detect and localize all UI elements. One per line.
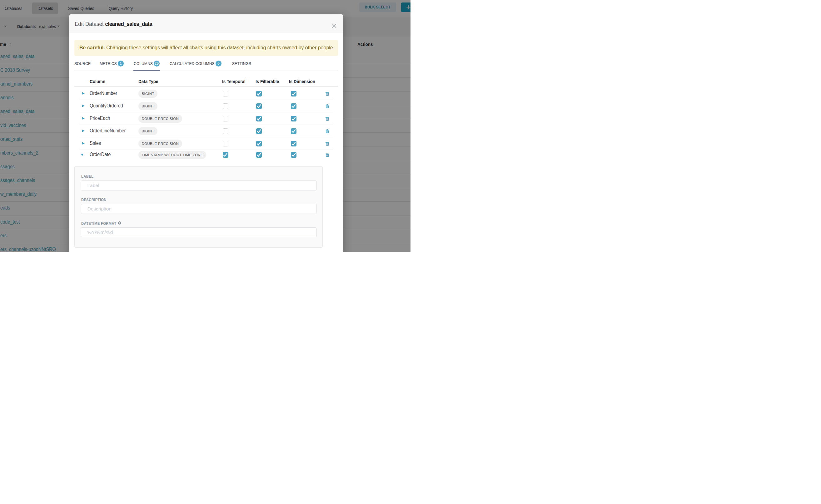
column-name: OrderLineNumber [90, 128, 130, 134]
expand-caret-icon[interactable] [81, 154, 83, 156]
is-dimension-checkbox[interactable] [291, 91, 296, 96]
column-row: QuantityOrdered BIGINT [74, 100, 338, 112]
datetime-format-field-label: DATETIME FORMAT [81, 221, 120, 226]
delete-icon[interactable] [325, 116, 329, 122]
is-temporal-checkbox[interactable] [223, 152, 228, 158]
is-temporal-checkbox[interactable] [223, 141, 228, 146]
tab-metrics[interactable]: METRICS1 [100, 60, 119, 67]
is-temporal-checkbox[interactable] [223, 116, 228, 121]
is-temporal-checkbox[interactable] [223, 103, 228, 109]
expand-caret-icon[interactable] [82, 142, 85, 145]
delete-icon[interactable] [325, 129, 329, 135]
column-row: OrderNumber BIGINT [74, 87, 338, 100]
is-dimension-checkbox[interactable] [291, 103, 296, 109]
is-dimension-checkbox[interactable] [291, 152, 296, 158]
is-dimension-checkbox[interactable] [291, 141, 296, 146]
expand-caret-icon[interactable] [82, 130, 85, 132]
column-settings-panel: LABEL DESCRIPTION DATETIME FORMAT i [74, 166, 323, 248]
tab-source[interactable]: SOURCE [74, 60, 92, 67]
tab-count-badge: 25 [154, 61, 160, 67]
warning-alert: Be careful. Changing these settings will… [74, 40, 338, 56]
tab-count-badge: 1 [118, 61, 124, 67]
is-dimension-checkbox[interactable] [291, 116, 296, 121]
is-temporal-checkbox[interactable] [223, 128, 228, 134]
tabs-bottom-border [74, 71, 338, 71]
table-header-is-filterable: Is Filterable [255, 79, 281, 84]
tab-calculated-columns[interactable]: CALCULATED COLUMNS0 [170, 60, 220, 67]
modal-title: Edit Dataset cleaned_sales_data [75, 21, 159, 27]
table-header-data-type: Data Type [138, 79, 161, 84]
column-row: PriceEach DOUBLE PRECISION [74, 112, 338, 125]
column-name: OrderNumber [90, 91, 120, 96]
expand-caret-icon[interactable] [82, 117, 85, 120]
delete-icon[interactable] [325, 153, 329, 158]
table-header-is-dimension: Is Dimension [289, 79, 318, 84]
data-type-pill: BIGINT [138, 90, 157, 98]
is-filterable-checkbox[interactable] [256, 128, 262, 134]
is-filterable-checkbox[interactable] [256, 103, 262, 109]
table-header-is-temporal: Is Temporal [222, 79, 248, 84]
column-name: PriceEach [90, 116, 112, 121]
close-icon[interactable] [329, 21, 339, 30]
is-filterable-checkbox[interactable] [256, 116, 262, 121]
expand-caret-icon[interactable] [82, 92, 85, 95]
data-type-pill: DOUBLE PRECISION [138, 115, 182, 123]
info-icon[interactable]: i [118, 221, 121, 225]
is-filterable-checkbox[interactable] [256, 152, 262, 158]
data-type-pill: DOUBLE PRECISION [138, 140, 182, 148]
edit-dataset-modal: Edit Dataset cleaned_sales_data Be caref… [69, 14, 343, 252]
datetime-format-field[interactable] [81, 227, 317, 237]
tab-count-badge: 0 [215, 61, 221, 67]
tab-settings[interactable]: SETTINGS [232, 60, 253, 67]
column-row: OrderDate TIMESTAMP WITHOUT TIME ZONE [74, 150, 338, 162]
is-dimension-checkbox[interactable] [291, 128, 296, 134]
column-row: Sales DOUBLE PRECISION [74, 137, 338, 150]
modal-header: Edit Dataset cleaned_sales_data [69, 14, 343, 32]
table-header-column: Column [90, 79, 107, 84]
delete-icon[interactable] [325, 91, 329, 97]
data-type-pill: BIGINT [138, 102, 157, 110]
column-row: OrderLineNumber BIGINT [74, 125, 338, 137]
label-field[interactable] [81, 180, 317, 190]
column-name: OrderDate [90, 152, 113, 157]
description-field-label: DESCRIPTION [81, 198, 109, 202]
tab-columns[interactable]: COLUMNS25 [134, 60, 155, 67]
data-type-pill: TIMESTAMP WITHOUT TIME ZONE [138, 151, 206, 159]
delete-icon[interactable] [325, 141, 329, 147]
delete-icon[interactable] [325, 104, 329, 110]
is-filterable-checkbox[interactable] [256, 141, 262, 146]
description-field[interactable] [81, 204, 317, 214]
data-type-pill: BIGINT [138, 127, 157, 135]
table-header-border [74, 86, 338, 87]
is-temporal-checkbox[interactable] [223, 91, 228, 96]
label-field-label: LABEL [81, 174, 95, 179]
expand-caret-icon[interactable] [82, 105, 85, 107]
column-name: Sales [90, 141, 102, 146]
column-name: QuantityOrdered [90, 103, 126, 109]
is-filterable-checkbox[interactable] [256, 91, 262, 96]
